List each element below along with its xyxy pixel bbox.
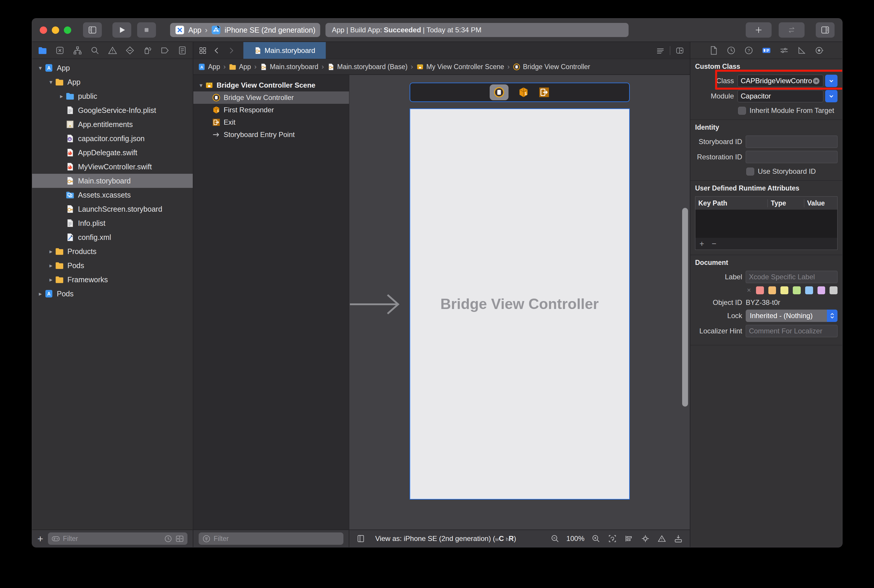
stop-button[interactable] — [137, 22, 156, 38]
scm-filter-icon[interactable] — [175, 534, 184, 543]
class-dropdown-button[interactable] — [825, 75, 838, 87]
outline-item-exit[interactable]: Exit — [193, 116, 349, 129]
navigator-tab-symbol-navigator[interactable] — [73, 46, 82, 55]
jumpbar-item-app[interactable]: AApp — [198, 63, 220, 71]
first-responder-icon[interactable]: 1 — [518, 87, 529, 98]
inspector-tab-quick-help-inspector[interactable]: ? — [744, 46, 753, 55]
zoom-out-icon[interactable] — [551, 534, 560, 543]
file-googleservice-info-plist[interactable]: GoogleService-Info.plist — [32, 103, 193, 117]
outline-item-first-responder[interactable]: 1First Responder — [193, 104, 349, 116]
run-button[interactable] — [113, 22, 131, 38]
exit-icon[interactable] — [539, 87, 550, 98]
storyboard-id-field[interactable] — [746, 135, 838, 148]
navigator-tab-source-control[interactable] — [55, 46, 65, 55]
use-storyboard-id-checkbox[interactable] — [746, 168, 754, 176]
file-capacitor-config-json[interactable]: Bcapacitor.config.json — [32, 131, 193, 146]
file-appdelegate-swift[interactable]: AppDelegate.swift — [32, 146, 193, 160]
embed-icon[interactable] — [674, 534, 683, 543]
file-pods[interactable]: ▸Pods — [32, 258, 193, 273]
navigator-toggle-button[interactable] — [83, 22, 102, 38]
close-window-button[interactable] — [40, 27, 47, 34]
file-config-xml[interactable]: config.xml — [32, 230, 193, 244]
disclosure-triangle[interactable]: ▸ — [47, 248, 55, 255]
disclosure-triangle[interactable]: ▾ — [197, 82, 205, 89]
jumpbar-item-main-storyboard-base[interactable]: Main.storyboard (Base) — [327, 63, 408, 71]
minimize-window-button[interactable] — [52, 27, 59, 34]
add-attribute-button[interactable]: + — [700, 239, 704, 248]
add-editor-icon[interactable] — [675, 46, 684, 55]
disclosure-triangle[interactable]: ▸ — [57, 93, 66, 100]
inspector-tab-attributes-inspector[interactable] — [779, 46, 789, 55]
storyboard-canvas[interactable]: 1 Bridge View Controller — [349, 75, 690, 530]
disclosure-triangle[interactable]: ▾ — [36, 64, 44, 72]
outline-item-bridge-view-controller-scene[interactable]: ▾Bridge View Controller Scene — [193, 79, 349, 92]
back-icon[interactable] — [213, 46, 221, 55]
file-myviewcontroller-swift[interactable]: MyViewController.swift — [32, 160, 193, 174]
file-app[interactable]: ▾AApp — [32, 61, 193, 75]
jumpbar-item-bridge-view-controller[interactable]: Bridge View Controller — [513, 63, 590, 71]
view-as-label[interactable]: View as: iPhone SE (2nd generation) (wC … — [375, 534, 516, 543]
file-frameworks[interactable]: ▸Frameworks — [32, 273, 193, 286]
file-launchscreen-storyboard[interactable]: LaunchScreen.storyboard — [32, 202, 193, 216]
remove-attribute-button[interactable]: − — [712, 239, 716, 248]
lock-dropdown[interactable]: Inherited - (Nothing) — [746, 310, 838, 322]
outline-toggle-icon[interactable] — [357, 534, 365, 543]
add-file-button[interactable]: + — [38, 534, 43, 544]
navigator-filter-input[interactable]: Filter — [48, 532, 188, 545]
localizer-hint-field[interactable]: Comment For Localizer — [746, 325, 838, 337]
view-controller-dock-item[interactable] — [490, 84, 508, 100]
jumpbar-item-app[interactable]: App — [229, 63, 251, 71]
navigator-tab-debug-navigator[interactable] — [143, 46, 152, 55]
file-assets-xcassets[interactable]: Assets.xcassets — [32, 188, 193, 202]
color-swatch[interactable] — [781, 286, 788, 294]
navigator-tab-issue-navigator[interactable] — [108, 46, 117, 55]
document-label-field[interactable]: Xcode Specific Label — [746, 271, 838, 283]
scheme-selector[interactable]: App › iPhone SE (2nd generation) — [170, 23, 320, 37]
disclosure-triangle[interactable]: ▸ — [47, 262, 55, 269]
outline-item-bridge-view-controller[interactable]: Bridge View Controller — [193, 92, 349, 104]
file-pods[interactable]: ▸APods — [32, 286, 193, 301]
outline-filter-input[interactable]: Filter — [199, 532, 343, 545]
inherit-module-checkbox[interactable] — [738, 107, 746, 115]
jumpbar-item-main-storyboard[interactable]: Main.storyboard — [260, 63, 318, 71]
recent-files-icon[interactable] — [164, 534, 173, 543]
color-swatch[interactable] — [805, 286, 813, 294]
inspector-tab-history-inspector[interactable] — [727, 46, 736, 55]
navigator-tab-test-navigator[interactable] — [125, 46, 134, 55]
file-public[interactable]: ▸public — [32, 89, 193, 103]
file-app-entitlements[interactable]: App.entitlements — [32, 117, 193, 131]
zoom-window-button[interactable] — [64, 27, 71, 34]
inspector-toggle-button[interactable] — [816, 22, 835, 38]
resolve-issues-icon[interactable] — [657, 534, 666, 543]
file-products[interactable]: ▸Products — [32, 244, 193, 258]
disclosure-triangle[interactable]: ▸ — [36, 290, 44, 297]
restoration-id-field[interactable] — [746, 151, 838, 163]
swatch-none[interactable]: × — [747, 286, 751, 294]
color-swatch[interactable] — [768, 286, 776, 294]
canvas-scrollbar[interactable] — [682, 208, 688, 406]
add-constraints-icon[interactable] — [641, 534, 650, 543]
tab-main-storyboard[interactable]: Main.storyboard — [244, 42, 326, 59]
file-app[interactable]: ▾App — [32, 75, 193, 89]
forward-icon[interactable] — [227, 46, 235, 55]
zoom-in-icon[interactable] — [591, 534, 600, 543]
related-items-icon[interactable] — [199, 46, 207, 55]
module-field[interactable]: Capacitor — [737, 90, 823, 102]
file-main-storyboard[interactable]: Main.storyboard — [32, 174, 193, 188]
update-frames-icon[interactable] — [608, 534, 617, 543]
outline-item-storyboard-entry-point[interactable]: Storyboard Entry Point — [193, 129, 349, 141]
inspector-tab-file-inspector[interactable] — [709, 46, 718, 55]
color-swatch[interactable] — [756, 286, 764, 294]
align-icon[interactable] — [624, 534, 633, 543]
navigator-tab-find-navigator[interactable] — [90, 46, 99, 55]
color-swatch[interactable] — [830, 286, 838, 294]
jumpbar-item-my-view-controller-scene[interactable]: My View Controller Scene — [417, 63, 504, 71]
disclosure-triangle[interactable]: ▾ — [47, 78, 55, 86]
library-button[interactable] — [746, 22, 772, 38]
file-info-plist[interactable]: Info.plist — [32, 216, 193, 230]
color-swatch[interactable] — [793, 286, 801, 294]
module-dropdown-button[interactable] — [825, 90, 838, 102]
code-review-button[interactable] — [779, 22, 805, 38]
inspector-tab-identity-inspector[interactable] — [762, 46, 771, 55]
color-swatch[interactable] — [817, 286, 826, 294]
